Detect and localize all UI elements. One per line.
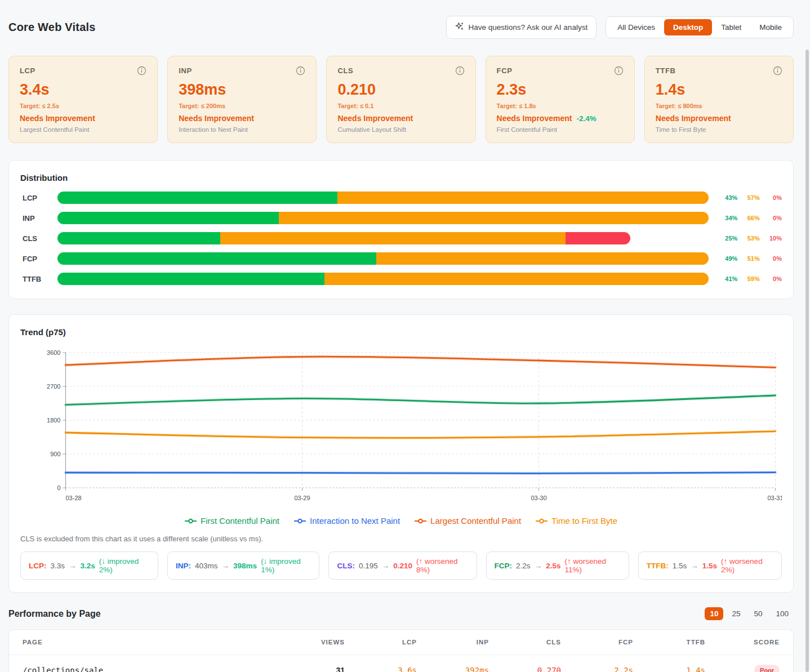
metric-status: Needs Improvement [656, 114, 782, 123]
distribution-row-label: INP [20, 214, 57, 222]
tab-mobile[interactable]: Mobile [750, 19, 791, 35]
col-header-inp: INP [430, 630, 502, 655]
trend-title: Trend (p75) [20, 327, 782, 337]
distribution-segment-good [57, 252, 376, 265]
tab-all-devices[interactable]: All Devices [608, 19, 664, 35]
cell-views: 31 [286, 656, 358, 672]
distribution-row-label: LCP [20, 194, 57, 202]
legend-item-fcp[interactable]: First Contentful Paint [185, 516, 279, 526]
info-icon[interactable] [773, 66, 782, 75]
score-badge: Poor [754, 665, 780, 672]
col-header-ttfb: TTFB [647, 630, 719, 655]
metric-cards: LCP 3.4s Target: ≤ 2.5s Needs Improvemen… [8, 56, 794, 143]
distribution-pct: 41% [715, 275, 737, 282]
distribution-row: INP34%66%0% [20, 212, 782, 224]
distribution-segment-needs-improvement [220, 232, 566, 244]
distribution-percentages: 41%59%0% [715, 275, 782, 282]
metric-target: Target: ≤ 2.5s [20, 103, 146, 109]
metric-value: 2.3s [497, 81, 624, 99]
metric-card-lcp: LCP 3.4s Target: ≤ 2.5s Needs Improvemen… [8, 56, 158, 143]
metric-value: 398ms [179, 81, 305, 99]
metric-abbr: INP [179, 66, 192, 75]
distribution-bar [57, 192, 709, 204]
distribution-pct: 49% [715, 255, 737, 262]
cell-ttfb: 1.4s [647, 656, 719, 672]
svg-text:03-29: 03-29 [294, 495, 310, 501]
legend-marker-icon [415, 518, 426, 524]
metric-status: Needs Improvement-2.4% [497, 114, 624, 123]
legend-item-ttfb[interactable]: Time to First Byte [536, 516, 617, 526]
page-size-100[interactable]: 100 [771, 607, 794, 620]
metric-card-inp: INP 398ms Target: ≤ 200ms Needs Improvem… [167, 56, 317, 143]
legend-item-lcp[interactable]: Largest Contentful Paint [415, 516, 521, 526]
metric-abbr: FCP [497, 66, 513, 75]
col-header-views: VIEWS [286, 630, 358, 655]
distribution-row: TTFB41%59%0% [20, 273, 782, 285]
ai-analyst-button[interactable]: Have questions? Ask our AI analyst [446, 16, 597, 39]
performance-header: Performance by Page 10 25 50 100 [8, 607, 794, 620]
metric-value: 3.4s [20, 81, 146, 99]
metric-status: Needs Improvement [337, 114, 464, 123]
arrow-right-icon: → [382, 562, 390, 570]
info-icon[interactable] [296, 66, 305, 75]
metric-full-name: Cumulative Layout Shift [337, 126, 464, 133]
topbar: Core Web Vitals Have questions? Ask our … [8, 16, 794, 39]
ai-analyst-label: Have questions? Ask our AI analyst [469, 23, 588, 32]
legend-marker-icon [536, 518, 548, 524]
svg-text:03-31: 03-31 [767, 495, 782, 501]
col-header-cls: CLS [502, 630, 575, 655]
page-size-25[interactable]: 25 [727, 607, 745, 620]
svg-text:3600: 3600 [47, 349, 60, 356]
metric-status: Needs Improvement [179, 114, 305, 123]
page-title: Core Web Vitals [8, 21, 96, 34]
distribution-pct: 57% [737, 194, 759, 201]
legend-item-inp[interactable]: Interaction to Next Paint [294, 516, 400, 526]
distribution-segment-poor [566, 232, 631, 244]
cell-cls: 0.270 [502, 656, 575, 672]
distribution-bar [57, 232, 709, 244]
distribution-segment-needs-improvement [376, 252, 709, 265]
metric-abbr: TTFB [656, 66, 676, 75]
page-size-selector: 10 25 50 100 [705, 607, 794, 620]
distribution-percentages: 43%57%0% [715, 194, 782, 201]
distribution-pct: 0% [760, 255, 782, 262]
tab-tablet[interactable]: Tablet [712, 19, 750, 35]
table-row[interactable]: /collections/sale 31 3.6s 392ms 0.270 2.… [9, 655, 793, 672]
metric-card-cls: CLS 0.210 Target: ≤ 0.1 Needs Improvemen… [326, 56, 475, 143]
sparkle-icon [455, 22, 464, 33]
info-icon[interactable] [614, 66, 624, 75]
arrow-right-icon: → [691, 562, 698, 570]
cell-fcp: 2.2s [575, 656, 647, 672]
cell-page: /collections/sale [9, 656, 286, 672]
distribution-pct: 59% [737, 275, 759, 282]
distribution-row-label: FCP [20, 255, 57, 263]
arrow-right-icon: → [69, 562, 77, 570]
distribution-percentages: 25%53%10% [715, 235, 782, 242]
svg-text:1800: 1800 [47, 417, 60, 424]
trend-line-chart: 090018002700360003-2803-2903-3003-31 [20, 346, 782, 514]
page-size-10[interactable]: 10 [705, 607, 723, 620]
chip-inp: INP:403ms→398ms(↓ improved 1%) [167, 551, 319, 580]
tab-desktop[interactable]: Desktop [664, 19, 712, 35]
distribution-bar [57, 273, 709, 285]
col-header-score: SCORE [719, 630, 793, 655]
distribution-segment-needs-improvement [337, 192, 709, 204]
distribution-pct: 0% [760, 275, 782, 282]
cell-lcp: 3.6s [358, 656, 430, 672]
cell-score: Poor [719, 655, 793, 672]
chip-ttfb: TTFB:1.5s→1.5s(↑ worsened 2%) [638, 551, 782, 580]
svg-text:0: 0 [57, 484, 60, 491]
info-icon[interactable] [455, 66, 465, 75]
metric-target: Target: ≤ 0.1 [337, 103, 464, 109]
metric-target: Target: ≤ 200ms [179, 103, 305, 109]
svg-text:03-28: 03-28 [66, 495, 82, 501]
cls-excluded-note: CLS is excluded from this chart as it us… [20, 535, 782, 543]
vertical-scrollbar[interactable] [805, 50, 809, 672]
page-size-50[interactable]: 50 [749, 607, 767, 620]
info-icon[interactable] [137, 66, 146, 75]
svg-text:900: 900 [50, 451, 60, 457]
chip-fcp: FCP:2.2s→2.5s(↑ worsened 11%) [486, 551, 629, 580]
metric-change-chips: LCP:3.3s→3.2s(↓ improved 2%) INP:403ms→3… [20, 551, 782, 580]
arrow-right-icon: → [222, 562, 230, 570]
device-tab-group: All Devices Desktop Tablet Mobile [606, 16, 794, 38]
